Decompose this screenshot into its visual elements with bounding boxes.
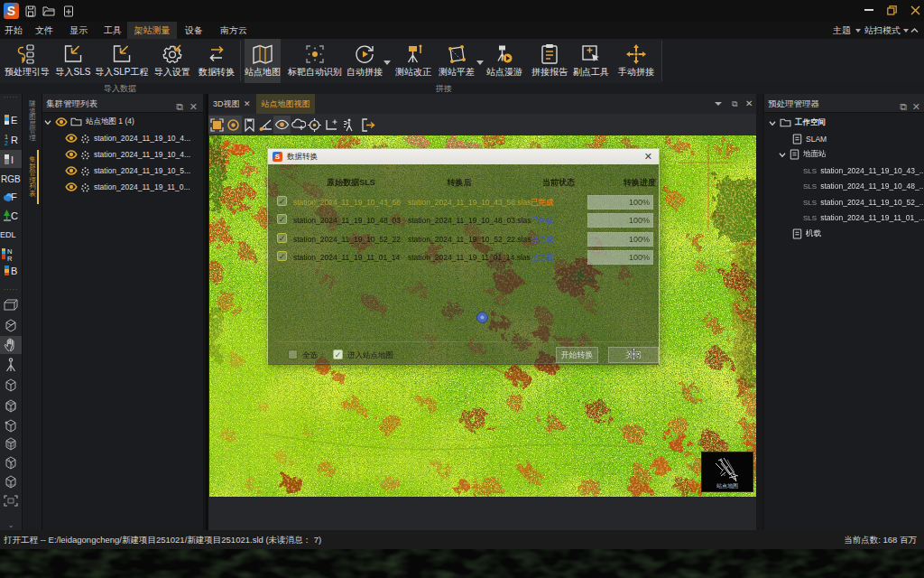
svg-text:F: F (11, 191, 17, 202)
svg-text:R: R (11, 135, 18, 145)
svg-text:RGB: RGB (1, 174, 21, 184)
svg-text:EDL: EDL (0, 230, 16, 239)
svg-text:C: C (11, 210, 18, 221)
svg-text:I: I (11, 154, 14, 165)
svg-text:B: B (11, 266, 17, 276)
svg-text:2: 2 (5, 140, 8, 146)
svg-text:E: E (11, 115, 17, 126)
svg-text:1: 1 (5, 134, 8, 140)
